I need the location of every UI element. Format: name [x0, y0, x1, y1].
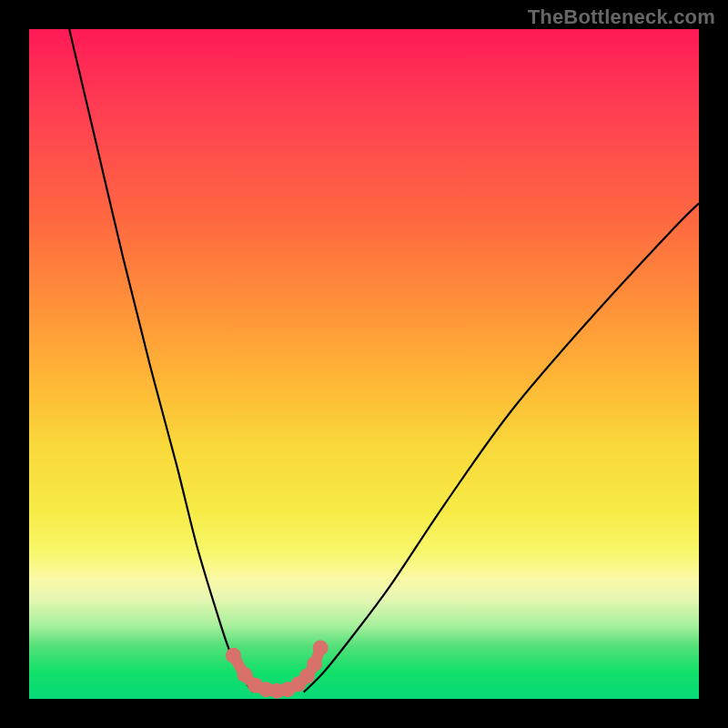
- valley-dot: [307, 656, 322, 672]
- valley-dot: [313, 641, 329, 656]
- attribution-label: TheBottleneck.com: [528, 5, 715, 29]
- valley-dot: [226, 648, 241, 663]
- outer-frame: TheBottleneck.com: [0, 0, 728, 728]
- plot-area: [29, 29, 699, 699]
- valley-dots: [226, 641, 329, 699]
- chart-svg: [29, 29, 699, 699]
- curve-layer: [69, 29, 699, 699]
- left-curve: [69, 29, 253, 693]
- right-curve: [304, 203, 699, 692]
